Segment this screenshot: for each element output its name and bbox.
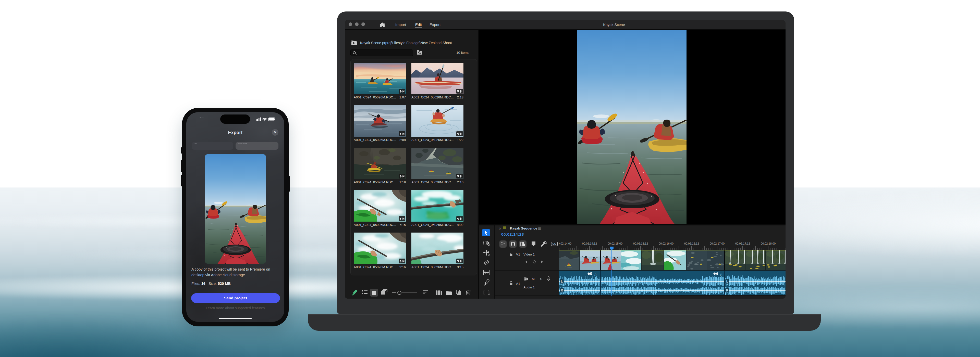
- svg-text:fx: fx: [720, 272, 723, 276]
- svg-text:L: L: [726, 280, 728, 283]
- svg-text:L: L: [561, 280, 563, 283]
- svg-text:R: R: [726, 289, 729, 292]
- svg-text:fx: fx: [594, 272, 597, 276]
- svg-text:CC: CC: [552, 243, 556, 245]
- svg-text:R: R: [561, 289, 563, 292]
